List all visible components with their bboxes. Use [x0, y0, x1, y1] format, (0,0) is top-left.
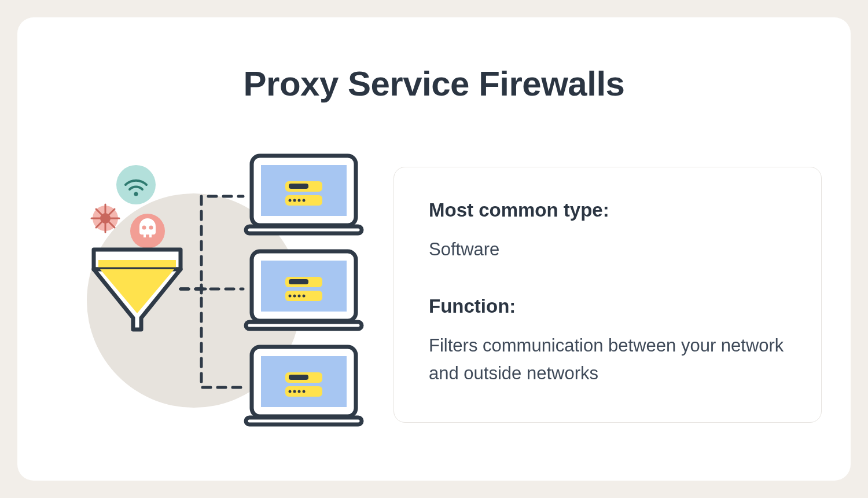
svg-point-7	[100, 213, 111, 224]
svg-point-41	[293, 390, 296, 393]
illustration	[46, 144, 370, 445]
svg-rect-44	[246, 418, 362, 424]
card-body: Most common type: Software Function: Fil…	[46, 144, 822, 445]
svg-point-22	[298, 199, 301, 202]
laptop-icon	[246, 251, 362, 329]
svg-rect-18	[289, 184, 308, 189]
svg-rect-34	[246, 322, 362, 329]
svg-rect-24	[246, 226, 362, 233]
skull-icon	[130, 214, 165, 248]
svg-point-31	[293, 295, 296, 298]
type-value: Software	[429, 236, 786, 263]
info-panel: Most common type: Software Function: Fil…	[393, 167, 822, 423]
svg-rect-28	[289, 279, 308, 284]
function-label: Function:	[429, 295, 786, 317]
svg-point-43	[303, 390, 306, 393]
svg-point-23	[303, 199, 306, 202]
svg-point-21	[293, 199, 296, 202]
card-title: Proxy Service Firewalls	[46, 64, 822, 104]
laptop-icon	[246, 347, 362, 424]
svg-point-1	[134, 192, 138, 196]
svg-point-10	[149, 226, 153, 230]
laptop-icon	[246, 156, 362, 233]
function-value: Filters communication between your netwo…	[429, 332, 786, 387]
virus-icon	[91, 204, 119, 232]
type-label: Most common type:	[429, 199, 786, 221]
svg-point-32	[298, 295, 301, 298]
svg-point-40	[289, 390, 292, 393]
info-card: Proxy Service Firewalls	[17, 17, 851, 481]
svg-point-9	[142, 226, 146, 230]
svg-rect-38	[289, 375, 308, 380]
svg-point-42	[298, 390, 301, 393]
svg-point-33	[303, 295, 306, 298]
svg-point-0	[116, 165, 156, 204]
wifi-icon	[116, 165, 156, 204]
svg-point-30	[289, 295, 292, 298]
svg-point-20	[289, 199, 292, 202]
